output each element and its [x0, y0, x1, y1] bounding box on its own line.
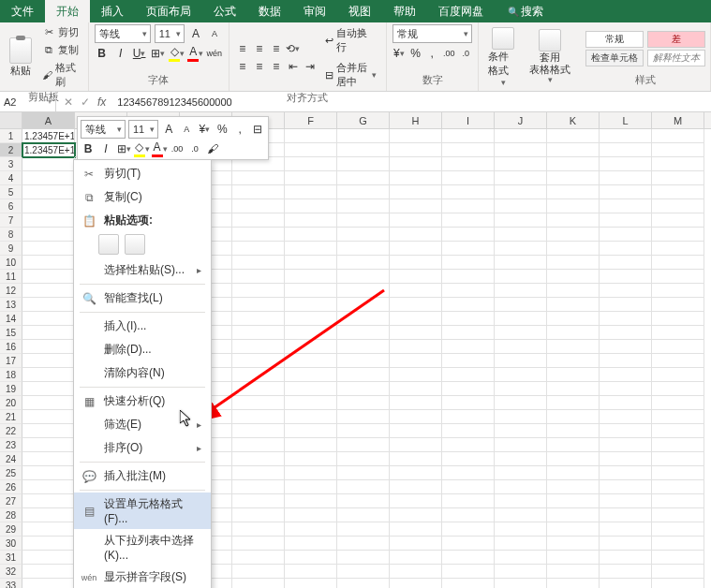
- cell-F25[interactable]: [285, 466, 337, 480]
- cell-M11[interactable]: [652, 270, 704, 284]
- cell-H15[interactable]: [390, 326, 442, 340]
- cell-H21[interactable]: [390, 410, 442, 424]
- cell-J14[interactable]: [495, 312, 547, 326]
- cell-A18[interactable]: [22, 368, 75, 382]
- cell-L13[interactable]: [600, 298, 652, 312]
- cell-K20[interactable]: [547, 396, 600, 410]
- cell-I18[interactable]: [442, 368, 495, 382]
- mini-format-painter[interactable]: 🖌: [205, 141, 220, 156]
- cell-K21[interactable]: [547, 410, 600, 424]
- mini-percent[interactable]: %: [215, 122, 230, 137]
- row-header-22[interactable]: 22: [0, 424, 22, 438]
- cell-M28[interactable]: [652, 508, 704, 522]
- cell-G3[interactable]: [337, 157, 390, 171]
- cell-J9[interactable]: [495, 242, 547, 256]
- col-header-I[interactable]: I: [442, 112, 495, 128]
- cell-K7[interactable]: [547, 213, 600, 228]
- cell-A29[interactable]: [22, 522, 75, 537]
- cell-J28[interactable]: [495, 508, 547, 522]
- cell-A23[interactable]: [22, 438, 75, 452]
- cell-K25[interactable]: [547, 466, 600, 480]
- row-header-3[interactable]: 3: [0, 157, 22, 171]
- cell-A26[interactable]: [22, 480, 75, 494]
- cell-F29[interactable]: [285, 522, 337, 537]
- cell-M25[interactable]: [652, 466, 704, 480]
- style-normal[interactable]: 常规: [585, 31, 644, 48]
- cell-F18[interactable]: [285, 368, 337, 382]
- cell-G24[interactable]: [337, 452, 390, 466]
- cm-delete[interactable]: 删除(D)...: [74, 338, 211, 361]
- cell-A25[interactable]: [22, 466, 75, 480]
- row-header-14[interactable]: 14: [0, 312, 22, 326]
- cell-J2[interactable]: [495, 143, 547, 157]
- cell-I20[interactable]: [442, 396, 495, 410]
- cell-A17[interactable]: [22, 354, 75, 368]
- select-all-corner[interactable]: [0, 112, 22, 128]
- cell-J25[interactable]: [495, 466, 547, 480]
- cell-M9[interactable]: [652, 242, 704, 256]
- tab-file[interactable]: 文件: [0, 0, 45, 22]
- cell-I32[interactable]: [442, 565, 495, 579]
- cell-J5[interactable]: [495, 185, 547, 199]
- cell-E13[interactable]: [232, 298, 285, 312]
- percent-button[interactable]: %: [409, 46, 422, 61]
- cell-H28[interactable]: [390, 508, 442, 522]
- row-header-5[interactable]: 5: [0, 185, 22, 199]
- cell-F26[interactable]: [285, 480, 337, 494]
- cell-A21[interactable]: [22, 410, 75, 424]
- cell-G15[interactable]: [337, 326, 390, 340]
- italic-button[interactable]: I: [113, 46, 128, 61]
- cell-G9[interactable]: [337, 242, 390, 256]
- cell-L30[interactable]: [600, 537, 652, 551]
- cell-L31[interactable]: [600, 551, 652, 565]
- font-size-select[interactable]: 11: [155, 24, 185, 43]
- cell-H22[interactable]: [390, 424, 442, 438]
- cell-G23[interactable]: [337, 438, 390, 452]
- cell-G22[interactable]: [337, 424, 390, 438]
- cell-G20[interactable]: [337, 396, 390, 410]
- cell-I12[interactable]: [442, 284, 495, 298]
- cell-F16[interactable]: [285, 340, 337, 354]
- cell-K29[interactable]: [547, 522, 600, 537]
- col-header-L[interactable]: L: [600, 112, 652, 128]
- tab-review[interactable]: 审阅: [292, 0, 337, 22]
- cell-L33[interactable]: [600, 579, 652, 588]
- col-header-A[interactable]: A: [22, 112, 75, 128]
- cell-A30[interactable]: [22, 537, 75, 551]
- cell-A20[interactable]: [22, 396, 75, 410]
- cell-F27[interactable]: [285, 494, 337, 508]
- cell-J10[interactable]: [495, 256, 547, 270]
- cell-M20[interactable]: [652, 396, 704, 410]
- cell-K22[interactable]: [547, 424, 600, 438]
- cell-F20[interactable]: [285, 396, 337, 410]
- cell-M27[interactable]: [652, 494, 704, 508]
- cell-E29[interactable]: [232, 522, 285, 537]
- cell-I28[interactable]: [442, 508, 495, 522]
- cell-E26[interactable]: [232, 480, 285, 494]
- cell-J3[interactable]: [495, 157, 547, 171]
- cell-K23[interactable]: [547, 438, 600, 452]
- cell-L20[interactable]: [600, 396, 652, 410]
- cell-L15[interactable]: [600, 326, 652, 340]
- cell-L28[interactable]: [600, 508, 652, 522]
- cm-sort[interactable]: 排序(O): [74, 436, 211, 460]
- cell-A19[interactable]: [22, 382, 75, 396]
- mini-font-select[interactable]: 等线: [81, 120, 126, 139]
- merge-center-button[interactable]: ⊟合并后居中: [321, 59, 380, 91]
- cell-L4[interactable]: [600, 171, 652, 185]
- cell-L14[interactable]: [600, 312, 652, 326]
- cell-H23[interactable]: [390, 438, 442, 452]
- row-header-10[interactable]: 10: [0, 256, 22, 270]
- cell-L26[interactable]: [600, 480, 652, 494]
- row-header-24[interactable]: 24: [0, 452, 22, 466]
- cell-L16[interactable]: [600, 340, 652, 354]
- cm-insert-comment[interactable]: 💬插入批注(M): [74, 464, 211, 488]
- cell-E15[interactable]: [232, 326, 285, 340]
- cell-M1[interactable]: [652, 129, 704, 143]
- cell-E19[interactable]: [232, 382, 285, 396]
- cell-J13[interactable]: [495, 298, 547, 312]
- cell-F4[interactable]: [285, 171, 337, 185]
- cell-A9[interactable]: [22, 242, 75, 256]
- cell-J33[interactable]: [495, 579, 547, 588]
- decrease-font-button[interactable]: A: [207, 26, 222, 41]
